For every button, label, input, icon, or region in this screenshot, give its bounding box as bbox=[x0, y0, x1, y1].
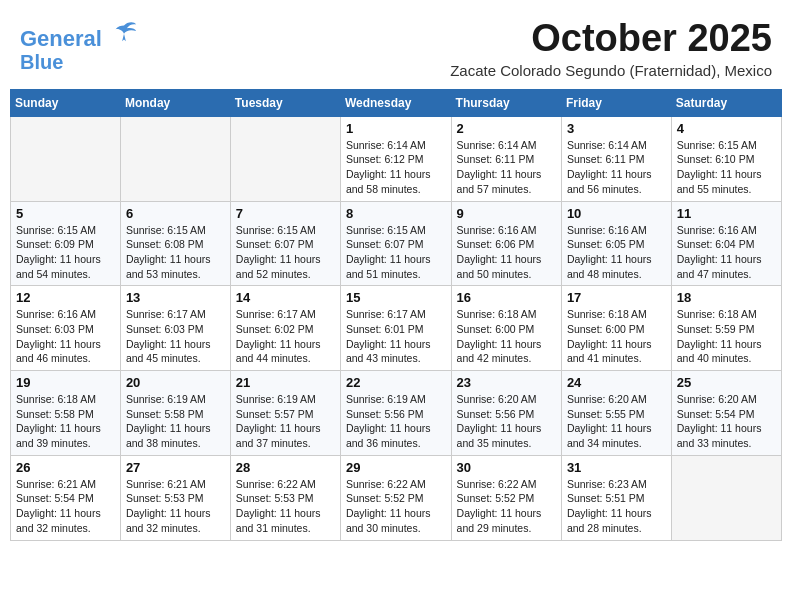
week-row-2: 5Sunrise: 6:15 AMSunset: 6:09 PMDaylight… bbox=[11, 201, 782, 286]
day-info: Sunrise: 6:21 AMSunset: 5:54 PMDaylight:… bbox=[16, 477, 115, 536]
day-number: 5 bbox=[16, 206, 115, 221]
weekday-header-thursday: Thursday bbox=[451, 89, 561, 116]
day-info: Sunrise: 6:17 AMSunset: 6:02 PMDaylight:… bbox=[236, 307, 335, 366]
logo-general: General bbox=[20, 26, 102, 51]
calendar-cell bbox=[11, 116, 121, 201]
day-info: Sunrise: 6:15 AMSunset: 6:09 PMDaylight:… bbox=[16, 223, 115, 282]
calendar-cell: 7Sunrise: 6:15 AMSunset: 6:07 PMDaylight… bbox=[230, 201, 340, 286]
calendar-cell: 10Sunrise: 6:16 AMSunset: 6:05 PMDayligh… bbox=[561, 201, 671, 286]
calendar-cell: 9Sunrise: 6:16 AMSunset: 6:06 PMDaylight… bbox=[451, 201, 561, 286]
month-title: October 2025 bbox=[450, 18, 772, 60]
day-info: Sunrise: 6:18 AMSunset: 6:00 PMDaylight:… bbox=[567, 307, 666, 366]
page-header: General Blue October 2025 Zacate Colorad… bbox=[10, 10, 782, 83]
location-subtitle: Zacate Colorado Segundo (Fraternidad), M… bbox=[450, 62, 772, 79]
calendar-cell: 25Sunrise: 6:20 AMSunset: 5:54 PMDayligh… bbox=[671, 371, 781, 456]
day-info: Sunrise: 6:17 AMSunset: 6:03 PMDaylight:… bbox=[126, 307, 225, 366]
day-number: 17 bbox=[567, 290, 666, 305]
day-info: Sunrise: 6:22 AMSunset: 5:53 PMDaylight:… bbox=[236, 477, 335, 536]
weekday-header-wednesday: Wednesday bbox=[340, 89, 451, 116]
day-info: Sunrise: 6:15 AMSunset: 6:07 PMDaylight:… bbox=[236, 223, 335, 282]
day-number: 28 bbox=[236, 460, 335, 475]
day-info: Sunrise: 6:16 AMSunset: 6:06 PMDaylight:… bbox=[457, 223, 556, 282]
calendar-cell: 4Sunrise: 6:15 AMSunset: 6:10 PMDaylight… bbox=[671, 116, 781, 201]
day-number: 31 bbox=[567, 460, 666, 475]
day-info: Sunrise: 6:15 AMSunset: 6:07 PMDaylight:… bbox=[346, 223, 446, 282]
calendar-cell: 23Sunrise: 6:20 AMSunset: 5:56 PMDayligh… bbox=[451, 371, 561, 456]
calendar-cell: 27Sunrise: 6:21 AMSunset: 5:53 PMDayligh… bbox=[120, 455, 230, 540]
calendar-cell: 26Sunrise: 6:21 AMSunset: 5:54 PMDayligh… bbox=[11, 455, 121, 540]
day-number: 22 bbox=[346, 375, 446, 390]
day-number: 3 bbox=[567, 121, 666, 136]
day-number: 27 bbox=[126, 460, 225, 475]
day-number: 10 bbox=[567, 206, 666, 221]
day-info: Sunrise: 6:22 AMSunset: 5:52 PMDaylight:… bbox=[457, 477, 556, 536]
calendar-cell: 3Sunrise: 6:14 AMSunset: 6:11 PMDaylight… bbox=[561, 116, 671, 201]
day-number: 14 bbox=[236, 290, 335, 305]
title-block: October 2025 Zacate Colorado Segundo (Fr… bbox=[450, 18, 772, 79]
calendar-cell: 13Sunrise: 6:17 AMSunset: 6:03 PMDayligh… bbox=[120, 286, 230, 371]
day-number: 23 bbox=[457, 375, 556, 390]
day-number: 2 bbox=[457, 121, 556, 136]
calendar-cell: 31Sunrise: 6:23 AMSunset: 5:51 PMDayligh… bbox=[561, 455, 671, 540]
day-number: 11 bbox=[677, 206, 776, 221]
logo-blue: Blue bbox=[20, 51, 63, 73]
day-number: 15 bbox=[346, 290, 446, 305]
day-number: 30 bbox=[457, 460, 556, 475]
day-info: Sunrise: 6:19 AMSunset: 5:57 PMDaylight:… bbox=[236, 392, 335, 451]
day-info: Sunrise: 6:20 AMSunset: 5:54 PMDaylight:… bbox=[677, 392, 776, 451]
weekday-header-sunday: Sunday bbox=[11, 89, 121, 116]
day-info: Sunrise: 6:16 AMSunset: 6:04 PMDaylight:… bbox=[677, 223, 776, 282]
day-info: Sunrise: 6:22 AMSunset: 5:52 PMDaylight:… bbox=[346, 477, 446, 536]
weekday-header-saturday: Saturday bbox=[671, 89, 781, 116]
calendar-cell: 2Sunrise: 6:14 AMSunset: 6:11 PMDaylight… bbox=[451, 116, 561, 201]
calendar-cell: 6Sunrise: 6:15 AMSunset: 6:08 PMDaylight… bbox=[120, 201, 230, 286]
weekday-header-row: SundayMondayTuesdayWednesdayThursdayFrid… bbox=[11, 89, 782, 116]
day-info: Sunrise: 6:15 AMSunset: 6:10 PMDaylight:… bbox=[677, 138, 776, 197]
day-number: 25 bbox=[677, 375, 776, 390]
day-info: Sunrise: 6:20 AMSunset: 5:55 PMDaylight:… bbox=[567, 392, 666, 451]
calendar-table: SundayMondayTuesdayWednesdayThursdayFrid… bbox=[10, 89, 782, 541]
calendar-cell bbox=[230, 116, 340, 201]
weekday-header-friday: Friday bbox=[561, 89, 671, 116]
logo: General Blue bbox=[20, 18, 138, 73]
calendar-cell: 22Sunrise: 6:19 AMSunset: 5:56 PMDayligh… bbox=[340, 371, 451, 456]
day-info: Sunrise: 6:15 AMSunset: 6:08 PMDaylight:… bbox=[126, 223, 225, 282]
calendar-cell: 12Sunrise: 6:16 AMSunset: 6:03 PMDayligh… bbox=[11, 286, 121, 371]
calendar-cell: 20Sunrise: 6:19 AMSunset: 5:58 PMDayligh… bbox=[120, 371, 230, 456]
calendar-cell: 11Sunrise: 6:16 AMSunset: 6:04 PMDayligh… bbox=[671, 201, 781, 286]
day-number: 1 bbox=[346, 121, 446, 136]
day-info: Sunrise: 6:19 AMSunset: 5:56 PMDaylight:… bbox=[346, 392, 446, 451]
day-info: Sunrise: 6:19 AMSunset: 5:58 PMDaylight:… bbox=[126, 392, 225, 451]
day-info: Sunrise: 6:20 AMSunset: 5:56 PMDaylight:… bbox=[457, 392, 556, 451]
calendar-cell: 1Sunrise: 6:14 AMSunset: 6:12 PMDaylight… bbox=[340, 116, 451, 201]
calendar-cell: 19Sunrise: 6:18 AMSunset: 5:58 PMDayligh… bbox=[11, 371, 121, 456]
day-number: 8 bbox=[346, 206, 446, 221]
calendar-cell: 17Sunrise: 6:18 AMSunset: 6:00 PMDayligh… bbox=[561, 286, 671, 371]
week-row-1: 1Sunrise: 6:14 AMSunset: 6:12 PMDaylight… bbox=[11, 116, 782, 201]
day-info: Sunrise: 6:14 AMSunset: 6:12 PMDaylight:… bbox=[346, 138, 446, 197]
day-number: 24 bbox=[567, 375, 666, 390]
day-info: Sunrise: 6:18 AMSunset: 5:59 PMDaylight:… bbox=[677, 307, 776, 366]
day-number: 29 bbox=[346, 460, 446, 475]
weekday-header-tuesday: Tuesday bbox=[230, 89, 340, 116]
week-row-4: 19Sunrise: 6:18 AMSunset: 5:58 PMDayligh… bbox=[11, 371, 782, 456]
day-number: 18 bbox=[677, 290, 776, 305]
calendar-cell: 28Sunrise: 6:22 AMSunset: 5:53 PMDayligh… bbox=[230, 455, 340, 540]
calendar-cell: 21Sunrise: 6:19 AMSunset: 5:57 PMDayligh… bbox=[230, 371, 340, 456]
calendar-cell: 24Sunrise: 6:20 AMSunset: 5:55 PMDayligh… bbox=[561, 371, 671, 456]
day-info: Sunrise: 6:14 AMSunset: 6:11 PMDaylight:… bbox=[457, 138, 556, 197]
calendar-cell: 15Sunrise: 6:17 AMSunset: 6:01 PMDayligh… bbox=[340, 286, 451, 371]
day-info: Sunrise: 6:18 AMSunset: 6:00 PMDaylight:… bbox=[457, 307, 556, 366]
calendar-cell: 30Sunrise: 6:22 AMSunset: 5:52 PMDayligh… bbox=[451, 455, 561, 540]
day-number: 4 bbox=[677, 121, 776, 136]
week-row-5: 26Sunrise: 6:21 AMSunset: 5:54 PMDayligh… bbox=[11, 455, 782, 540]
day-number: 16 bbox=[457, 290, 556, 305]
day-info: Sunrise: 6:14 AMSunset: 6:11 PMDaylight:… bbox=[567, 138, 666, 197]
calendar-cell: 5Sunrise: 6:15 AMSunset: 6:09 PMDaylight… bbox=[11, 201, 121, 286]
calendar-cell: 14Sunrise: 6:17 AMSunset: 6:02 PMDayligh… bbox=[230, 286, 340, 371]
calendar-cell: 18Sunrise: 6:18 AMSunset: 5:59 PMDayligh… bbox=[671, 286, 781, 371]
day-number: 13 bbox=[126, 290, 225, 305]
day-number: 21 bbox=[236, 375, 335, 390]
day-number: 7 bbox=[236, 206, 335, 221]
logo-bird-icon bbox=[110, 18, 138, 46]
